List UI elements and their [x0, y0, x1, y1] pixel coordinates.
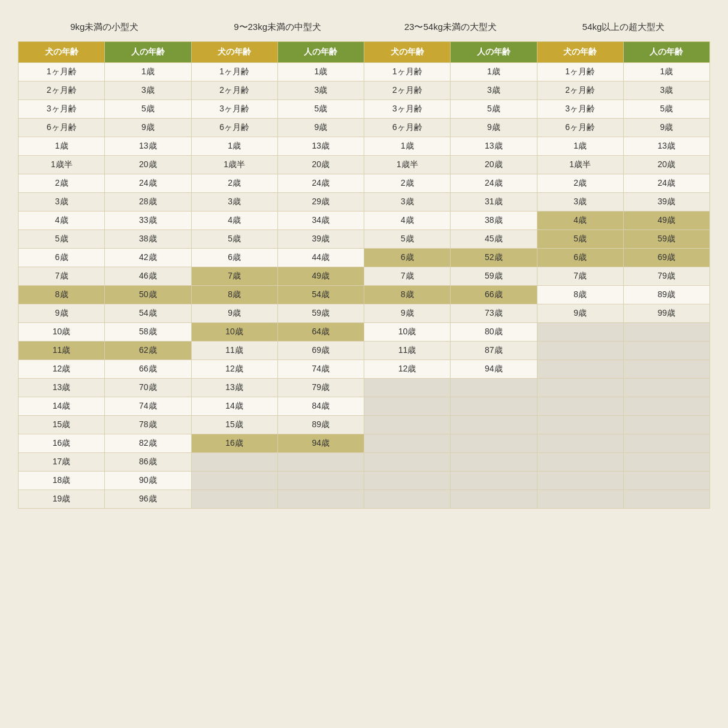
cell-large-dog: 10歳: [364, 323, 451, 342]
cell-medium-dog: 11歳: [191, 342, 277, 360]
cell-medium-human: [277, 490, 364, 509]
cell-medium-human: 5歳: [277, 100, 364, 119]
cell-xlarge-dog: [537, 360, 623, 379]
header-small-human: 人の年齢: [105, 42, 191, 63]
cell-large-human: 94歳: [451, 360, 537, 379]
table-row: 13歳70歳13歳79歳: [19, 379, 710, 397]
cell-large-human: 87歳: [451, 342, 537, 360]
cell-medium-human: 24歳: [277, 174, 364, 193]
cell-large-human: 31歳: [451, 193, 537, 212]
header-xlarge-dog: 犬の年齢: [537, 42, 623, 63]
cell-large-dog: 4歳: [364, 212, 451, 230]
cell-xlarge-human: 49歳: [623, 212, 709, 230]
cell-large-human: 73歳: [451, 304, 537, 323]
cell-small-dog: 3ヶ月齢: [19, 100, 105, 119]
cell-large-human: [451, 490, 537, 509]
cell-large-human: 1歳: [451, 63, 537, 81]
cell-medium-human: 49歳: [277, 267, 364, 286]
table-row: 7歳46歳7歳49歳7歳59歳7歳79歳: [19, 267, 710, 286]
cell-large-human: 66歳: [451, 286, 537, 304]
cell-medium-human: [277, 453, 364, 472]
cell-medium-dog: 1歳: [191, 137, 277, 156]
cell-medium-dog: 15歳: [191, 416, 277, 434]
cell-xlarge-dog: 6ヶ月齢: [537, 119, 623, 137]
header-medium-dog: 犬の年齢: [191, 42, 277, 63]
cell-xlarge-dog: 4歳: [537, 212, 623, 230]
cell-large-human: 59歳: [451, 267, 537, 286]
table-row: 12歳66歳12歳74歳12歳94歳: [19, 360, 710, 379]
cell-small-dog: 13歳: [19, 379, 105, 397]
cell-small-dog: 12歳: [19, 360, 105, 379]
cell-small-human: 82歳: [105, 434, 191, 453]
cell-small-human: 1歳: [105, 63, 191, 81]
cell-xlarge-dog: 1歳半: [537, 156, 623, 174]
cell-xlarge-dog: [537, 490, 623, 509]
header-large-human: 人の年齢: [451, 42, 537, 63]
table-row: 18歳90歳: [19, 472, 710, 490]
cell-xlarge-human: 79歳: [623, 267, 709, 286]
cell-small-human: 96歳: [105, 490, 191, 509]
cell-large-dog: 5歳: [364, 230, 451, 249]
cell-small-human: 86歳: [105, 453, 191, 472]
cell-xlarge-human: 13歳: [623, 137, 709, 156]
table-row: 19歳96歳: [19, 490, 710, 509]
table-row: 8歳50歳8歳54歳8歳66歳8歳89歳: [19, 286, 710, 304]
cell-small-human: 58歳: [105, 323, 191, 342]
cell-medium-human: 3歳: [277, 81, 364, 100]
cell-large-dog: 3ヶ月齢: [364, 100, 451, 119]
cell-large-human: 38歳: [451, 212, 537, 230]
cell-medium-dog: 7歳: [191, 267, 277, 286]
category-large: 23〜54kg未満の大型犬: [364, 18, 537, 37]
cell-xlarge-human: 59歳: [623, 230, 709, 249]
cell-medium-human: 1歳: [277, 63, 364, 81]
cell-small-dog: 4歳: [19, 212, 105, 230]
cell-small-dog: 5歳: [19, 230, 105, 249]
cell-xlarge-dog: 2ヶ月齢: [537, 81, 623, 100]
cell-xlarge-dog: 8歳: [537, 286, 623, 304]
table-row: 6ヶ月齢9歳6ヶ月齢9歳6ヶ月齢9歳6ヶ月齢9歳: [19, 119, 710, 137]
cell-small-dog: 16歳: [19, 434, 105, 453]
cell-medium-dog: 1ヶ月齢: [191, 63, 277, 81]
cell-small-human: 62歳: [105, 342, 191, 360]
table-row: 1ヶ月齢1歳1ヶ月齢1歳1ヶ月齢1歳1ヶ月齢1歳: [19, 63, 710, 81]
table-row: 14歳74歳14歳84歳: [19, 397, 710, 416]
cell-large-dog: 1歳: [364, 137, 451, 156]
cell-large-dog: [364, 397, 451, 416]
cell-medium-dog: 6ヶ月齢: [191, 119, 277, 137]
cell-xlarge-dog: 3歳: [537, 193, 623, 212]
cell-medium-dog: 2ヶ月齢: [191, 81, 277, 100]
cell-large-dog: 1歳半: [364, 156, 451, 174]
cell-xlarge-human: [623, 397, 709, 416]
cell-medium-human: 59歳: [277, 304, 364, 323]
cell-small-dog: 17歳: [19, 453, 105, 472]
cell-medium-human: 94歳: [277, 434, 364, 453]
cell-xlarge-dog: [537, 323, 623, 342]
cell-medium-dog: 12歳: [191, 360, 277, 379]
cell-medium-dog: 8歳: [191, 286, 277, 304]
cell-small-dog: 19歳: [19, 490, 105, 509]
table-row: 17歳86歳: [19, 453, 710, 472]
category-headers: 9kg未満の小型犬 9〜23kg未満の中型犬 23〜54kg未満の大型犬 54k…: [18, 18, 710, 37]
cell-small-dog: 7歳: [19, 267, 105, 286]
cell-medium-dog: 16歳: [191, 434, 277, 453]
category-medium: 9〜23kg未満の中型犬: [191, 18, 364, 37]
cell-medium-dog: 13歳: [191, 379, 277, 397]
cell-large-human: 5歳: [451, 100, 537, 119]
cell-medium-human: 13歳: [277, 137, 364, 156]
cell-xlarge-human: 69歳: [623, 249, 709, 267]
cell-xlarge-human: [623, 453, 709, 472]
page-wrapper: 9kg未満の小型犬 9〜23kg未満の中型犬 23〜54kg未満の大型犬 54k…: [12, 12, 716, 515]
cell-large-dog: 3歳: [364, 193, 451, 212]
cell-small-human: 28歳: [105, 193, 191, 212]
category-xlarge: 54kg以上の超大型犬: [537, 18, 710, 37]
cell-large-dog: [364, 472, 451, 490]
cell-small-human: 33歳: [105, 212, 191, 230]
cell-xlarge-dog: [537, 453, 623, 472]
cell-xlarge-human: 20歳: [623, 156, 709, 174]
table-row: 15歳78歳15歳89歳: [19, 416, 710, 434]
cell-large-dog: [364, 490, 451, 509]
cell-medium-human: 9歳: [277, 119, 364, 137]
table-row: 16歳82歳16歳94歳: [19, 434, 710, 453]
cell-large-human: [451, 379, 537, 397]
cell-medium-dog: 2歳: [191, 174, 277, 193]
